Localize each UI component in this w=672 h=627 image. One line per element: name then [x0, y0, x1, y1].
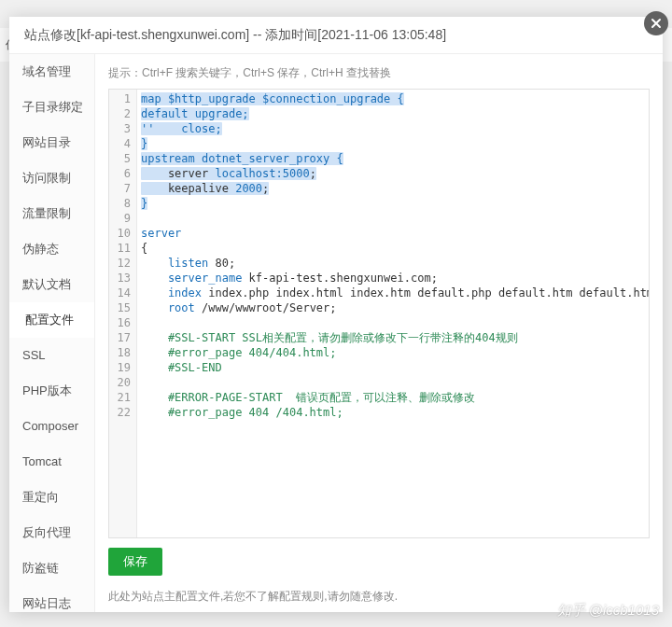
close-button[interactable]	[644, 11, 668, 35]
code-line[interactable]: root /www/wwwroot/Server;	[141, 300, 649, 315]
sidebar-item-15[interactable]: 网站日志	[9, 586, 94, 612]
line-number: 22	[109, 405, 131, 420]
code-line[interactable]: }	[141, 136, 649, 151]
config-editor[interactable]: 12345678910111213141516171819202122 map …	[108, 89, 650, 538]
modal-body: 域名管理子目录绑定网站目录访问限制流量限制伪静态默认文档配置文件SSLPHP版本…	[9, 54, 663, 612]
sidebar-item-14[interactable]: 防盗链	[9, 550, 94, 586]
code-line[interactable]: {	[141, 241, 649, 256]
line-number: 20	[109, 375, 131, 390]
line-number: 10	[109, 226, 131, 241]
line-number: 13	[109, 271, 131, 286]
line-number: 16	[109, 315, 131, 330]
line-number: 9	[109, 211, 131, 226]
modal-title: 站点修改[kf-api-test.shengxunwei.com] -- 添加时…	[24, 27, 446, 44]
sidebar-item-4[interactable]: 流量限制	[9, 196, 94, 231]
editor-gutter: 12345678910111213141516171819202122	[109, 90, 137, 537]
config-note: 此处为站点主配置文件,若您不了解配置规则,请勿随意修改.	[108, 589, 650, 605]
save-button[interactable]: 保存	[108, 548, 162, 576]
content-area: 提示：Ctrl+F 搜索关键字，Ctrl+S 保存，Ctrl+H 查找替换 12…	[95, 54, 663, 612]
site-edit-modal: 站点修改[kf-api-test.shengxunwei.com] -- 添加时…	[9, 17, 663, 612]
code-line[interactable]: map $http_upgrade $connection_upgrade {	[141, 91, 649, 106]
close-icon	[650, 17, 663, 30]
sidebar: 域名管理子目录绑定网站目录访问限制流量限制伪静态默认文档配置文件SSLPHP版本…	[9, 54, 95, 612]
code-line[interactable]: keepalive 2000;	[141, 181, 649, 196]
line-number: 21	[109, 390, 131, 405]
line-number: 7	[109, 181, 131, 196]
line-number: 11	[109, 241, 131, 256]
modal-header: 站点修改[kf-api-test.shengxunwei.com] -- 添加时…	[9, 17, 663, 54]
code-line[interactable]: index index.php index.html index.htm def…	[141, 286, 649, 300]
sidebar-item-6[interactable]: 默认文档	[9, 267, 94, 302]
line-number: 4	[109, 136, 131, 151]
sidebar-item-3[interactable]: 访问限制	[9, 160, 94, 196]
code-line[interactable]: }	[141, 196, 649, 211]
sidebar-item-9[interactable]: PHP版本	[9, 373, 94, 409]
code-line[interactable]: #ERROR-PAGE-START 错误页配置，可以注释、删除或修改	[141, 390, 649, 405]
sidebar-item-11[interactable]: Tomcat	[9, 444, 94, 480]
line-number: 5	[109, 151, 131, 166]
code-line[interactable]: listen 80;	[141, 256, 649, 271]
line-number: 6	[109, 166, 131, 181]
code-line[interactable]: default upgrade;	[141, 106, 649, 121]
sidebar-item-12[interactable]: 重定向	[9, 480, 94, 515]
editor-code[interactable]: map $http_upgrade $connection_upgrade {d…	[137, 90, 649, 537]
sidebar-item-0[interactable]: 域名管理	[9, 54, 94, 90]
code-line[interactable]	[141, 211, 649, 226]
line-number: 12	[109, 256, 131, 271]
sidebar-item-8[interactable]: SSL	[9, 338, 94, 373]
sidebar-item-5[interactable]: 伪静态	[9, 231, 94, 267]
code-line[interactable]	[141, 315, 649, 330]
editor-hint: 提示：Ctrl+F 搜索关键字，Ctrl+S 保存，Ctrl+H 查找替换	[108, 65, 650, 81]
line-number: 19	[109, 360, 131, 375]
sidebar-item-7[interactable]: 配置文件	[9, 302, 94, 338]
line-number: 14	[109, 286, 131, 300]
code-line[interactable]: #error_page 404/404.html;	[141, 345, 649, 360]
button-row: 保存	[108, 548, 650, 576]
line-number: 3	[109, 121, 131, 136]
line-number: 1	[109, 91, 131, 106]
line-number: 8	[109, 196, 131, 211]
sidebar-item-2[interactable]: 网站目录	[9, 125, 94, 160]
code-line[interactable]: server	[141, 226, 649, 241]
code-line[interactable]: #error_page 404 /404.html;	[141, 405, 649, 420]
code-line[interactable]: '' close;	[141, 121, 649, 136]
code-line[interactable]: #SSL-START SSL相关配置，请勿删除或修改下一行带注释的404规则	[141, 330, 649, 345]
sidebar-item-10[interactable]: Composer	[9, 409, 94, 444]
line-number: 17	[109, 330, 131, 345]
code-line[interactable]: server localhost:5000;	[141, 166, 649, 181]
sidebar-item-1[interactable]: 子目录绑定	[9, 90, 94, 125]
line-number: 2	[109, 106, 131, 121]
code-line[interactable]	[141, 375, 649, 390]
line-number: 18	[109, 345, 131, 360]
code-line[interactable]: server_name kf-api-test.shengxunwei.com;	[141, 271, 649, 286]
code-line[interactable]: upstream dotnet_server_proxy {	[141, 151, 649, 166]
sidebar-item-13[interactable]: 反向代理	[9, 515, 94, 550]
code-line[interactable]: #SSL-END	[141, 360, 649, 375]
line-number: 15	[109, 300, 131, 315]
